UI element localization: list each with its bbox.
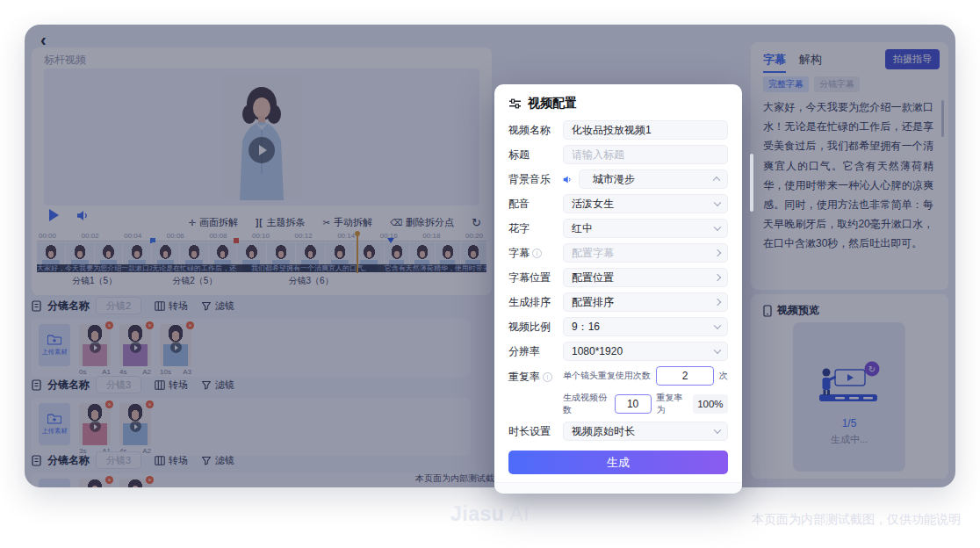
title-input[interactable] xyxy=(563,145,728,164)
info-icon xyxy=(532,249,542,258)
generate-order-label: 生成排序 xyxy=(508,295,563,310)
info-icon xyxy=(543,372,552,382)
video-config-modal: 视频配置 视频名称 标题 背景音乐 城市漫步 xyxy=(494,84,742,494)
generate-button[interactable]: 生成 xyxy=(508,451,728,474)
modal-backdrop[interactable] xyxy=(25,25,955,487)
aspect-ratio-select[interactable]: 9：16 xyxy=(563,317,728,336)
modal-footer xyxy=(494,482,742,494)
title-label: 标题 xyxy=(508,148,563,162)
bgm-label: 背景音乐 xyxy=(508,172,563,187)
voice-select[interactable]: 活泼女生 xyxy=(563,194,728,213)
voice-label: 配音 xyxy=(508,197,563,212)
generate-order-link[interactable]: 配置排序 xyxy=(563,292,728,312)
fancy-text-select[interactable]: 红中 xyxy=(563,219,728,238)
repeat-rate-label: 重复率 xyxy=(508,370,563,385)
duration-select[interactable]: 视频原始时长 xyxy=(563,422,728,441)
repeat-rate-value: 100% xyxy=(693,394,728,414)
per-shot-unit: 次 xyxy=(719,370,728,382)
resolution-label: 分辨率 xyxy=(508,344,563,359)
copies-label: 生成视频份数 xyxy=(563,392,609,416)
subtitle-label: 字幕 xyxy=(508,246,563,261)
modal-title: 视频配置 xyxy=(528,96,577,112)
speaker-icon[interactable] xyxy=(563,175,573,184)
subtitle-config-link[interactable]: 配置字幕 xyxy=(563,243,728,263)
per-shot-count-input[interactable] xyxy=(656,366,714,386)
chevron-up-icon xyxy=(713,177,720,184)
modal-scrollbar[interactable] xyxy=(750,154,753,212)
aspect-ratio-label: 视频比例 xyxy=(508,320,563,335)
bgm-select[interactable]: 城市漫步 xyxy=(579,169,728,189)
page-footer-note: 本页面为内部测试截图，仅供功能说明 xyxy=(752,512,961,528)
per-shot-label: 单个镜头重复使用次数 xyxy=(563,370,651,382)
rate-label: 重复率为 xyxy=(657,392,688,416)
settings-sliders-icon xyxy=(508,97,522,110)
subtitle-position-label: 字幕位置 xyxy=(508,270,563,285)
app-window: 标杆视频 xyxy=(25,25,955,487)
copies-count-input[interactable] xyxy=(615,394,652,414)
resolution-select[interactable]: 1080*1920 xyxy=(563,342,728,361)
subtitle-position-link[interactable]: 配置位置 xyxy=(563,268,728,287)
duration-label: 时长设置 xyxy=(508,424,563,439)
video-name-input[interactable] xyxy=(563,120,728,140)
video-name-label: 视频名称 xyxy=(508,123,563,138)
fancy-text-label: 花字 xyxy=(508,221,563,236)
page: 标杆视频 xyxy=(0,0,980,548)
